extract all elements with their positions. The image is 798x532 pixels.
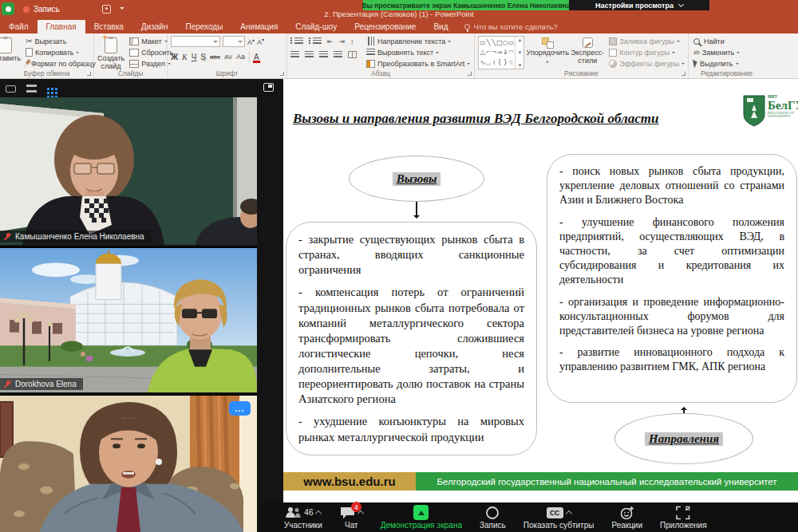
columns-icon[interactable]: [348, 51, 357, 58]
participants-button[interactable]: 46 Участники: [284, 505, 322, 530]
increase-indent-icon[interactable]: ⇥: [339, 37, 346, 45]
record-button[interactable]: Запись: [480, 505, 506, 530]
tell-me-box[interactable]: Что вы хотите сделать?: [456, 20, 565, 33]
panel-layout-icon[interactable]: [263, 83, 274, 92]
strikethrough-button[interactable]: abc: [210, 53, 220, 61]
cc-icon: CC: [547, 507, 563, 518]
zoom-toolbar: 46 Участники 4 Чат Демонстрация экрана: [257, 502, 798, 532]
underline-button[interactable]: Ч: [192, 53, 197, 61]
quick-styles-button[interactable]: Экспресс-стили: [571, 36, 604, 65]
shape-outline-button[interactable]: Контур фигуры: [607, 47, 686, 57]
grow-font-button[interactable]: A▴: [247, 37, 255, 46]
line-spacing-icon[interactable]: ↕: [350, 37, 354, 45]
shapes-gallery[interactable]: ▭╲╲□○▭ △⌐¬⇒⇓◠ ∿◡≀{}☆ ▲▼▼: [478, 36, 524, 69]
tab-slideshow[interactable]: Слайд-шоу: [286, 20, 346, 33]
copy-button[interactable]: Копировать: [24, 47, 97, 57]
tab-home[interactable]: Главная: [38, 20, 85, 33]
slide-footer: www.bsu.edu.ru Белгородский государствен…: [283, 472, 798, 491]
align-right-icon[interactable]: [319, 51, 328, 58]
align-left-icon[interactable]: [290, 51, 299, 58]
video-menu-button[interactable]: ...: [229, 401, 251, 416]
brush-icon: [23, 59, 31, 68]
cut-button[interactable]: Вырезать: [24, 36, 97, 46]
format-painter-button[interactable]: Формат по образцу: [24, 58, 97, 69]
scissors-icon: [26, 37, 32, 45]
select-button[interactable]: Выделить: [692, 58, 741, 69]
paste-button[interactable]: Вставить: [0, 36, 21, 63]
list-view-icon[interactable]: [26, 85, 37, 93]
find-button[interactable]: Найти: [692, 36, 741, 46]
dialog-launcher-icon[interactable]: [280, 72, 284, 76]
chevron-up-icon[interactable]: [315, 510, 322, 517]
text-direction-icon: [367, 37, 374, 45]
video-2-scene: [0, 248, 257, 392]
numbering-icon[interactable]: [313, 37, 322, 45]
shape-fill-button[interactable]: Заливка фигуры: [607, 36, 686, 46]
gallery-scrollbar[interactable]: ▲▼▼: [515, 37, 523, 69]
apps-button[interactable]: Приложения: [660, 505, 707, 530]
group-font: A▴ A▾ Ж К Ч S abc AV Aa А Шрифт: [168, 33, 287, 78]
reactions-button[interactable]: Реакции: [611, 505, 642, 530]
quick-access-caret-icon[interactable]: [120, 7, 124, 12]
tab-animations[interactable]: Анимация: [231, 20, 286, 33]
video-tile-3[interactable]: ...: [0, 394, 257, 532]
video-3-scene: [0, 396, 257, 532]
tab-design[interactable]: Дизайн: [132, 20, 177, 33]
italic-button[interactable]: К: [182, 53, 188, 61]
quick-access-touch-icon[interactable]: [102, 5, 111, 14]
participants-count: 46: [304, 508, 313, 517]
gallery-view-icon[interactable]: [47, 88, 49, 90]
shape-effects-icon: [609, 60, 617, 68]
kerning-button[interactable]: AV: [224, 53, 232, 61]
change-case-button[interactable]: Aa: [236, 53, 245, 61]
font-size-dropdown[interactable]: [223, 36, 245, 47]
university-logo: НИУ БелГУ BELGOROD ST UNIVERSITY: [743, 95, 798, 127]
new-slide-icon: ★: [105, 37, 117, 53]
font-family-dropdown[interactable]: [171, 36, 220, 47]
tab-file[interactable]: Файл: [0, 20, 38, 33]
bold-button[interactable]: Ж: [171, 53, 178, 61]
shape-effects-button[interactable]: Эффекты фигуры: [607, 58, 686, 69]
mic-muted-icon: [3, 380, 12, 388]
share-screen-button[interactable]: Демонстрация экрана: [381, 505, 462, 530]
text-shadow-button[interactable]: S: [200, 53, 206, 61]
tab-review[interactable]: Рецензирование: [346, 20, 425, 33]
captions-button[interactable]: CC Показать субтитры: [523, 505, 595, 530]
justify-icon[interactable]: [334, 51, 342, 58]
chat-button[interactable]: 4 Чат: [340, 505, 363, 530]
font-color-button[interactable]: А: [254, 53, 259, 61]
challenges-oval: Вызовы: [349, 156, 484, 202]
tab-transitions[interactable]: Переходы: [176, 20, 231, 33]
decrease-indent-icon[interactable]: ⇤: [327, 37, 334, 45]
text-direction-button[interactable]: Направление текста: [365, 36, 472, 46]
tab-insert[interactable]: Вставка: [85, 20, 132, 33]
participants-icon: [285, 506, 301, 518]
new-slide-button[interactable]: ★ Создать слайд: [97, 36, 124, 71]
tab-view[interactable]: Вид: [425, 20, 456, 33]
view-settings-button[interactable]: Настройки просмотра: [569, 0, 709, 10]
chevron-up-icon[interactable]: [565, 510, 571, 517]
share-screen-icon: [413, 505, 429, 520]
speaker-view-icon[interactable]: [6, 85, 16, 93]
recording-dot-icon: [23, 6, 30, 13]
dialog-launcher-icon[interactable]: [87, 72, 91, 76]
align-center-icon[interactable]: [305, 51, 314, 58]
video-1-scene: [0, 97, 257, 245]
bullets-icon[interactable]: [294, 37, 303, 45]
chat-badge: 4: [351, 502, 361, 512]
quick-styles-icon: [583, 37, 593, 48]
dialog-launcher-icon[interactable]: [468, 72, 472, 76]
replace-button[interactable]: ab Заменить: [692, 47, 741, 57]
directions-text-box: - поиск новых рынков сбыта продукции, ук…: [547, 154, 797, 403]
align-text-button[interactable]: Выровнять текст: [365, 47, 472, 57]
screen: Запись 2. Презентация (Селюков) (1) - Po…: [0, 0, 798, 532]
arrange-button[interactable]: Упорядочить: [527, 36, 567, 65]
smartart-button[interactable]: Преобразовать в SmartArt: [365, 58, 472, 69]
group-paragraph: ⇤ ⇥ ↕ Направление текста: [287, 33, 475, 78]
video-tile-1[interactable]: Камышанченко Елена Николаевна: [0, 97, 257, 245]
shrink-font-button[interactable]: A▾: [257, 37, 264, 46]
dialog-launcher-icon[interactable]: [681, 72, 685, 76]
window-title: 2. Презентация (Селюков) (1) - PowerPoin…: [324, 10, 473, 18]
group-clipboard: Вставить Вырезать Копировать Формат по о…: [0, 33, 94, 78]
video-tile-2[interactable]: Dorokhova Elena: [0, 246, 257, 392]
